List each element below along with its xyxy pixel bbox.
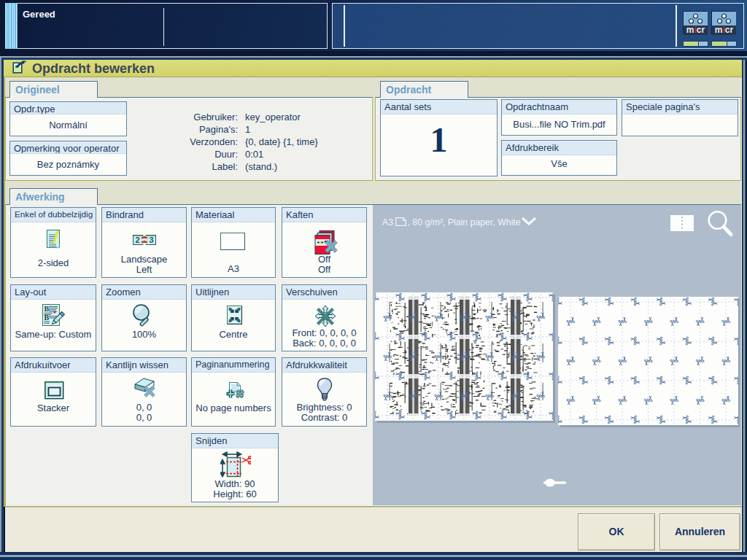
svg-text:B: B <box>44 305 50 313</box>
svg-text:3: 3 <box>149 236 153 244</box>
svg-text:2: 2 <box>135 236 139 244</box>
